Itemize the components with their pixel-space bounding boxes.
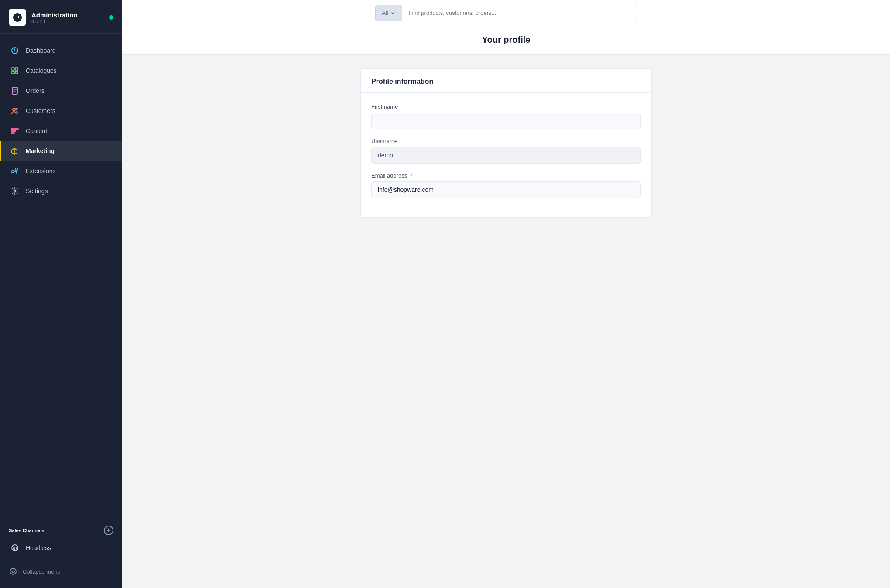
sidebar-item-extensions[interactable]: Extensions [0, 161, 122, 181]
orders-icon [10, 86, 20, 96]
svg-point-8 [16, 108, 17, 110]
status-dot [109, 15, 113, 20]
customers-label: Customers [26, 107, 55, 114]
sidebar-item-headless[interactable]: Headless [0, 538, 122, 558]
page-title-bar: Your profile [122, 26, 890, 55]
email-label: Email address * [371, 172, 641, 179]
first-name-field-group: First name [371, 103, 641, 129]
headless-label: Headless [26, 544, 51, 551]
search-input-wrap [402, 5, 637, 21]
catalogues-icon [10, 66, 20, 75]
app-version: 6.5.2.1 [31, 19, 78, 24]
svg-text:G: G [14, 14, 18, 21]
svg-rect-2 [12, 68, 14, 70]
app-name: Administration [31, 11, 78, 19]
sidebar-item-settings[interactable]: Settings [0, 181, 122, 201]
profile-card-body: First name Username Email address * [361, 93, 651, 217]
sidebar: G Administration 6.5.2.1 Dashboard [0, 0, 122, 588]
username-label: Username [371, 138, 641, 144]
dashboard-icon [10, 46, 20, 55]
content-label: Content [26, 127, 47, 134]
marketing-label: Marketing [26, 147, 55, 154]
svg-rect-4 [12, 71, 14, 74]
orders-label: Orders [26, 87, 44, 94]
profile-content: Profile information First name Username … [353, 68, 659, 218]
customers-icon [10, 106, 20, 116]
svg-point-7 [13, 108, 15, 111]
svg-rect-13 [15, 168, 17, 170]
dashboard-label: Dashboard [26, 47, 56, 54]
marketing-icon [10, 146, 20, 156]
sidebar-item-orders[interactable]: Orders [0, 81, 122, 101]
page-title: Your profile [136, 35, 876, 45]
settings-label: Settings [26, 188, 48, 195]
email-input[interactable] [371, 181, 641, 198]
svg-rect-10 [11, 130, 16, 132]
page-content: Your profile Profile information First n… [122, 26, 890, 588]
sidebar-item-catalogues[interactable]: Catalogues [0, 61, 122, 81]
svg-point-14 [14, 190, 16, 192]
search-filter-button[interactable]: All [375, 5, 402, 21]
svg-rect-3 [15, 68, 18, 70]
app-brand: Administration 6.5.2.1 [31, 11, 78, 24]
catalogues-label: Catalogues [26, 67, 57, 74]
sidebar-item-dashboard[interactable]: Dashboard [0, 41, 122, 61]
profile-card-title: Profile information [371, 78, 641, 85]
main-content: All Your profile Profile information [122, 0, 890, 588]
content-icon [10, 126, 20, 136]
profile-card-header: Profile information [361, 69, 651, 93]
email-field-group: Email address * [371, 172, 641, 198]
sales-channels-title: Sales Channels + [0, 519, 122, 538]
settings-icon [10, 186, 20, 196]
extensions-icon [10, 166, 20, 176]
svg-point-16 [10, 568, 16, 574]
search-filter-label: All [382, 10, 388, 16]
search-container: All [375, 5, 637, 21]
headless-icon [10, 543, 20, 553]
svg-rect-11 [11, 133, 14, 134]
svg-rect-5 [15, 71, 18, 74]
sidebar-nav: Dashboard Catalogues Orders [0, 37, 122, 519]
topbar: All [122, 0, 890, 26]
sidebar-item-content[interactable]: Content [0, 121, 122, 141]
collapse-menu-button[interactable]: Collapse menu [9, 564, 113, 579]
add-sales-channel-button[interactable]: + [104, 526, 113, 535]
extensions-label: Extensions [26, 168, 55, 174]
search-input[interactable] [402, 5, 637, 21]
email-required-asterisk: * [410, 172, 412, 179]
collapse-menu-label: Collapse menu [23, 568, 61, 575]
sidebar-header: G Administration 6.5.2.1 [0, 0, 122, 34]
username-input[interactable] [371, 147, 641, 164]
first-name-input[interactable] [371, 113, 641, 129]
svg-rect-6 [12, 87, 17, 94]
sales-channels-section: Sales Channels + Headless [0, 519, 122, 558]
svg-rect-9 [11, 128, 18, 130]
sidebar-footer: Collapse menu [0, 558, 122, 588]
sidebar-item-customers[interactable]: Customers [0, 101, 122, 121]
sidebar-item-marketing[interactable]: Marketing Newsletter recipients Promotio… [0, 141, 122, 161]
username-field-group: Username [371, 138, 641, 164]
first-name-label: First name [371, 103, 641, 110]
app-logo: G [9, 9, 26, 26]
profile-card: Profile information First name Username … [360, 68, 652, 218]
